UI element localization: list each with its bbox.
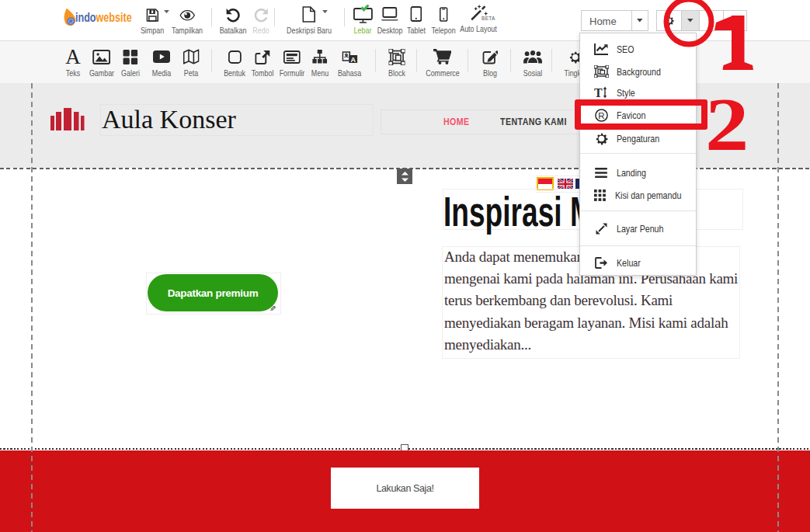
svg-text:T: T — [594, 86, 603, 99]
svg-text:A: A — [350, 55, 356, 63]
